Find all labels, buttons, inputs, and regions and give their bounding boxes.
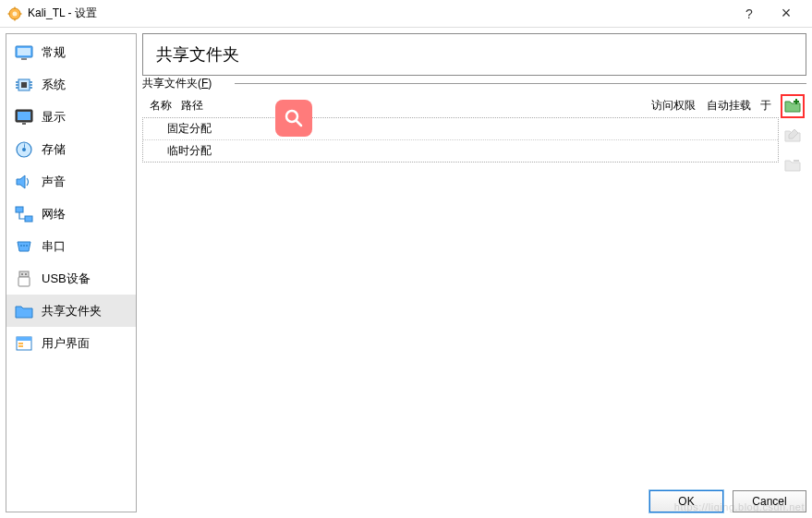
svg-rect-23 — [25, 216, 32, 222]
svg-rect-18 — [18, 112, 30, 120]
svg-rect-7 — [18, 48, 30, 55]
sidebar-item-general[interactable]: 常规 — [6, 36, 136, 68]
chip-icon — [14, 75, 34, 95]
sidebar-item-user-interface[interactable]: 用户界面 — [6, 327, 136, 359]
svg-rect-34 — [18, 345, 23, 347]
sidebar-item-shared-folders[interactable]: 共享文件夹 — [6, 295, 136, 327]
shared-folders-table: 名称 路径 访问权限 自动挂载 于 固定分配 临时分配 — [142, 94, 779, 481]
sidebar-item-usb[interactable]: USB设备 — [6, 262, 136, 295]
sidebar-label: 共享文件夹 — [42, 303, 102, 319]
tree-group-transient[interactable]: 临时分配 — [143, 140, 778, 162]
remove-folder-button — [781, 153, 805, 177]
col-name[interactable]: 名称 — [142, 98, 177, 114]
watermark: https://liqing.blog.csdn.net — [674, 501, 805, 512]
sidebar-label: 系统 — [42, 77, 66, 93]
sidebar-item-serial[interactable]: 串口 — [6, 230, 136, 262]
add-folder-button[interactable] — [781, 94, 805, 118]
monitor-icon — [14, 42, 34, 63]
panel-title: 共享文件夹 — [156, 43, 793, 66]
folder-icon — [14, 301, 34, 321]
svg-rect-32 — [17, 337, 31, 341]
sidebar-label: USB设备 — [42, 271, 91, 287]
svg-rect-8 — [21, 58, 27, 60]
col-path[interactable]: 路径 — [177, 98, 651, 114]
sidebar-item-system[interactable]: 系统 — [6, 68, 136, 101]
sidebar-item-storage[interactable]: 存储 — [6, 133, 136, 165]
svg-point-25 — [23, 245, 25, 247]
table-body[interactable]: 固定分配 临时分配 — [142, 117, 779, 163]
svg-line-39 — [297, 121, 301, 126]
main-panel: 共享文件夹 共享文件夹(F) 名称 路径 访问权限 自动挂载 于 — [142, 33, 806, 512]
panel-header: 共享文件夹 — [142, 33, 806, 76]
ui-icon — [14, 333, 34, 354]
svg-rect-30 — [25, 273, 27, 275]
svg-rect-29 — [21, 273, 23, 275]
sidebar-item-network[interactable]: 网络 — [6, 198, 136, 230]
svg-rect-19 — [22, 123, 26, 125]
search-overlay-icon — [275, 100, 312, 137]
col-automount[interactable]: 自动挂载 — [707, 98, 760, 114]
sidebar-label: 存储 — [42, 141, 66, 158]
sidebar-label: 显示 — [42, 109, 66, 126]
svg-rect-28 — [18, 277, 30, 286]
svg-point-26 — [26, 245, 28, 247]
speaker-icon — [14, 172, 34, 192]
svg-rect-33 — [18, 343, 23, 344]
col-access[interactable]: 访问权限 — [651, 98, 707, 114]
svg-rect-10 — [21, 82, 27, 88]
sidebar-label: 常规 — [42, 44, 66, 61]
serial-port-icon — [14, 236, 34, 257]
network-icon — [14, 204, 34, 224]
svg-point-24 — [20, 245, 22, 247]
sidebar-item-display[interactable]: 显示 — [6, 101, 136, 133]
sidebar-item-audio[interactable]: 声音 — [6, 165, 136, 198]
help-button[interactable]: ? — [731, 0, 768, 28]
svg-rect-27 — [19, 271, 29, 277]
disk-icon — [14, 139, 34, 160]
table-header: 名称 路径 访问权限 自动挂载 于 — [142, 94, 779, 117]
edit-folder-button — [781, 124, 805, 148]
settings-sidebar: 常规 系统 显示 存储 声音 网络 串口 USB设备 — [6, 33, 137, 512]
window-title: Kali_TL - 设置 — [28, 6, 731, 21]
app-icon — [7, 6, 22, 21]
shared-folders-fieldset: 共享文件夹(F) 名称 路径 访问权限 自动挂载 于 固定分配 临时分配 — [142, 83, 806, 481]
sidebar-label: 串口 — [42, 238, 66, 255]
usb-icon — [14, 269, 34, 289]
tree-group-fixed[interactable]: 固定分配 — [143, 118, 778, 140]
fieldset-legend: 共享文件夹(F) — [142, 76, 215, 91]
close-button[interactable]: × — [768, 0, 805, 28]
titlebar: Kali_TL - 设置 ? × — [0, 0, 812, 28]
sidebar-label: 声音 — [42, 174, 66, 190]
svg-point-1 — [13, 11, 18, 16]
display-icon — [14, 107, 34, 127]
sidebar-label: 网络 — [42, 206, 66, 223]
svg-rect-22 — [16, 207, 23, 212]
sidebar-label: 用户界面 — [42, 335, 90, 352]
folder-toolbar — [779, 94, 806, 481]
col-at[interactable]: 于 — [760, 98, 779, 114]
